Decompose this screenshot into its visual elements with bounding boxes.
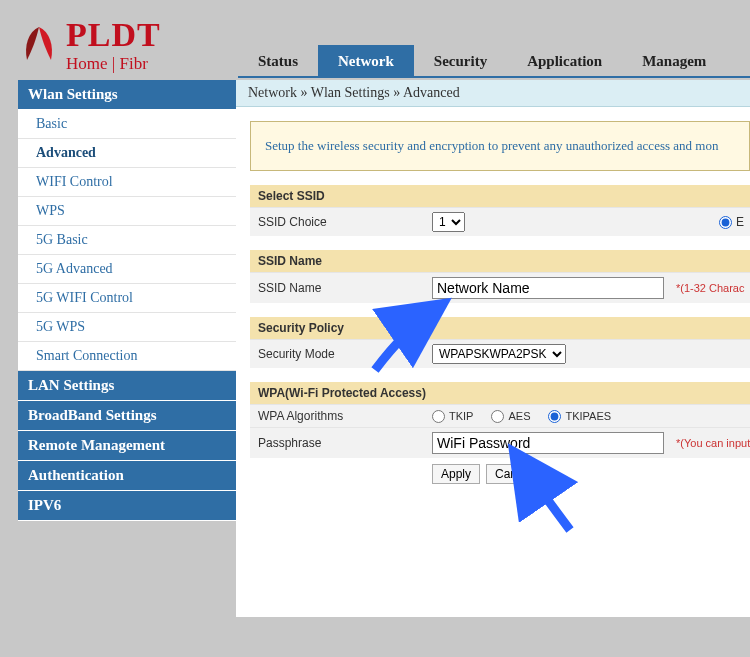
sidebar-item-5g-wps[interactable]: 5G WPS <box>18 313 236 342</box>
sidebar-item-5g-wifi-control[interactable]: 5G WIFI Control <box>18 284 236 313</box>
ssid-enable-radio[interactable] <box>719 216 732 229</box>
ssid-name-hint: *(1-32 Charac <box>676 282 744 294</box>
setup-hint: Setup the wireless security and encrypti… <box>250 121 750 171</box>
wpa-algo-tkip[interactable] <box>432 410 445 423</box>
wpa-algo-tkip-label: TKIP <box>449 410 473 422</box>
pldt-logo-icon <box>18 24 60 69</box>
section-ssid-name: SSID Name <box>250 250 750 272</box>
ssid-name-input[interactable] <box>432 277 664 299</box>
label-passphrase: Passphrase <box>256 436 432 450</box>
main-tabs: Status Network Security Application Mana… <box>238 42 750 78</box>
wpa-algo-tkipaes[interactable] <box>548 410 561 423</box>
logo-brand: PLDT <box>66 18 161 52</box>
sidebar-item-wifi-control[interactable]: WIFI Control <box>18 168 236 197</box>
logo-tagline: Home | Fibr <box>66 54 161 74</box>
sidebar-section-broadband[interactable]: BroadBand Settings <box>18 401 236 431</box>
breadcrumb: Network » Wlan Settings » Advanced <box>236 80 750 107</box>
label-security-mode: Security Mode <box>256 347 432 361</box>
sidebar-item-5g-basic[interactable]: 5G Basic <box>18 226 236 255</box>
sidebar-section-lan[interactable]: LAN Settings <box>18 371 236 401</box>
sidebar-item-wps[interactable]: WPS <box>18 197 236 226</box>
tab-management[interactable]: Managem <box>622 45 726 76</box>
label-ssid-name: SSID Name <box>256 281 432 295</box>
sidebar-item-smart-connection[interactable]: Smart Connection <box>18 342 236 371</box>
security-mode-select[interactable]: WPAPSKWPA2PSK <box>432 344 566 364</box>
logo: PLDT Home | Fibr <box>18 18 238 78</box>
passphrase-hint: *(You can input 12- <box>676 437 750 449</box>
wpa-algo-tkipaes-label: TKIPAES <box>565 410 611 422</box>
tab-security[interactable]: Security <box>414 45 507 76</box>
sidebar-section-remote[interactable]: Remote Management <box>18 431 236 461</box>
apply-button[interactable]: Apply <box>432 464 480 484</box>
tab-network[interactable]: Network <box>318 45 414 76</box>
cancel-button[interactable]: Cancel <box>486 464 541 484</box>
sidebar-section-auth[interactable]: Authentication <box>18 461 236 491</box>
wpa-algo-aes-label: AES <box>508 410 530 422</box>
wpa-algo-aes[interactable] <box>491 410 504 423</box>
label-ssid-choice: SSID Choice <box>256 215 432 229</box>
section-wpa: WPA(Wi-Fi Protected Access) <box>250 382 750 404</box>
sidebar: Wlan Settings Basic Advanced WIFI Contro… <box>18 80 236 617</box>
sidebar-item-basic[interactable]: Basic <box>18 110 236 139</box>
tab-application[interactable]: Application <box>507 45 622 76</box>
ssid-enable-label: E <box>736 215 744 229</box>
ssid-choice-select[interactable]: 1 <box>432 212 465 232</box>
section-security-policy: Security Policy <box>250 317 750 339</box>
tab-status[interactable]: Status <box>238 45 318 76</box>
section-select-ssid: Select SSID <box>250 185 750 207</box>
label-wpa-algorithms: WPA Algorithms <box>256 409 432 423</box>
sidebar-section-wlan[interactable]: Wlan Settings <box>18 80 236 110</box>
sidebar-section-ipv6[interactable]: IPV6 <box>18 491 236 521</box>
sidebar-item-5g-advanced[interactable]: 5G Advanced <box>18 255 236 284</box>
passphrase-input[interactable] <box>432 432 664 454</box>
sidebar-item-advanced[interactable]: Advanced <box>18 139 236 168</box>
